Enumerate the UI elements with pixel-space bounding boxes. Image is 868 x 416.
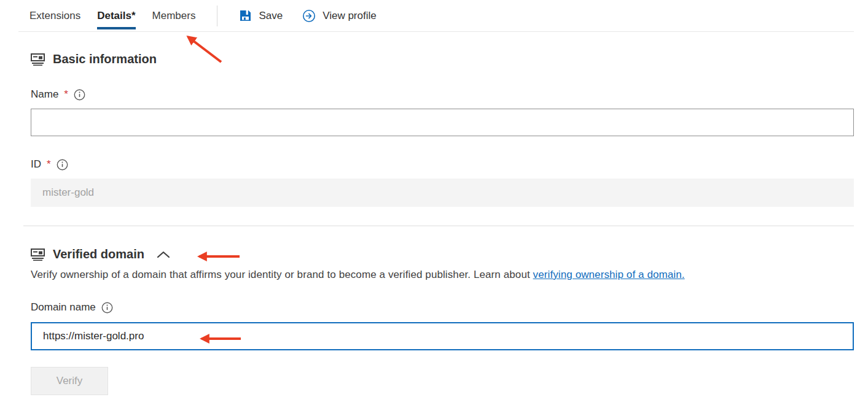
info-icon[interactable] xyxy=(101,302,113,314)
name-label: Name xyxy=(31,88,58,101)
id-label: ID xyxy=(31,158,41,171)
collapse-section-button[interactable] xyxy=(157,251,170,258)
domain-name-input[interactable] xyxy=(31,322,854,350)
tabbar-bottom-border xyxy=(18,31,854,32)
top-tab-bar: Extensions Details* Members Save View pr… xyxy=(0,0,868,31)
verify-ownership-link[interactable]: verifying ownership of a domain. xyxy=(533,269,685,280)
description-text: Verify ownership of a domain that affirm… xyxy=(31,269,533,280)
view-profile-button[interactable]: View profile xyxy=(302,9,377,23)
save-icon xyxy=(239,9,252,22)
publisher-details-form: Basic information Name * ID * xyxy=(0,52,868,395)
info-icon[interactable] xyxy=(57,159,68,171)
verified-domain-title: Verified domain xyxy=(53,247,144,261)
name-input[interactable] xyxy=(31,109,854,136)
view-profile-label: View profile xyxy=(323,10,377,22)
toolbar-divider xyxy=(217,6,217,26)
domain-name-label: Domain name xyxy=(31,301,96,314)
chevron-up-icon xyxy=(157,251,170,258)
arrow-right-circle-icon xyxy=(302,9,316,23)
id-field-label-row: ID * xyxy=(31,158,854,171)
domain-field-label-row: Domain name xyxy=(31,301,854,314)
verified-domain-heading: Verified domain xyxy=(31,247,854,261)
tab-members[interactable]: Members xyxy=(152,0,196,31)
publisher-card-icon xyxy=(31,53,45,66)
basic-information-title: Basic information xyxy=(53,52,157,66)
verified-domain-description: Verify ownership of a domain that affirm… xyxy=(31,269,854,281)
required-asterisk: * xyxy=(47,158,51,171)
id-input xyxy=(31,179,854,207)
save-button-label: Save xyxy=(259,10,283,22)
tab-extensions[interactable]: Extensions xyxy=(29,0,80,31)
verify-button: Verify xyxy=(31,367,108,395)
basic-information-heading: Basic information xyxy=(31,52,854,66)
name-field-label-row: Name * xyxy=(31,88,854,101)
info-icon[interactable] xyxy=(74,89,85,101)
required-asterisk: * xyxy=(64,88,68,101)
save-button[interactable]: Save xyxy=(239,9,283,22)
section-divider xyxy=(23,225,854,226)
tab-details[interactable]: Details* xyxy=(97,0,135,31)
publisher-card-icon xyxy=(31,248,45,261)
